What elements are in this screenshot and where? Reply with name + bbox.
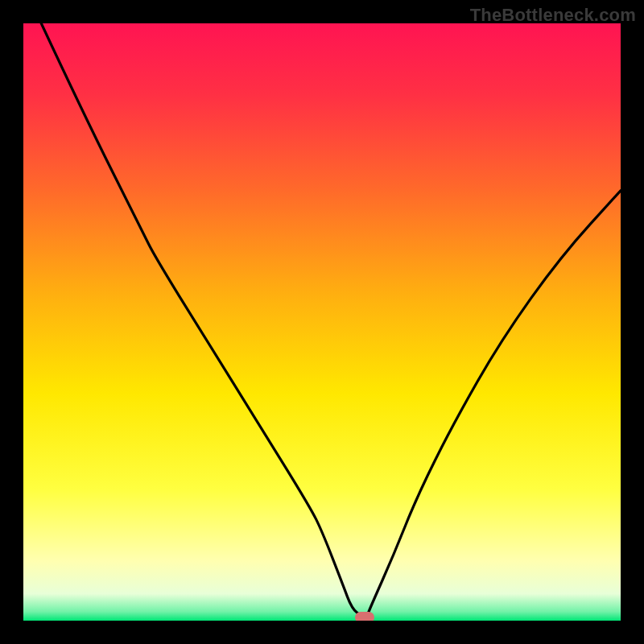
svg-rect-0 <box>23 23 621 621</box>
chart-background-gradient <box>23 23 621 621</box>
chart-frame <box>23 23 621 621</box>
optimum-marker <box>355 612 374 621</box>
